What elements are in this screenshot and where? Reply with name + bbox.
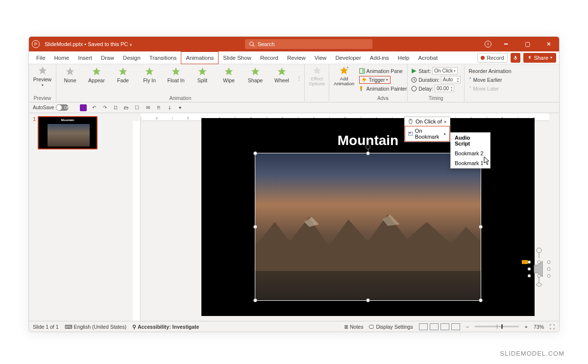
tab-animations[interactable]: Animations bbox=[181, 51, 219, 64]
tab-file[interactable]: File bbox=[32, 51, 50, 64]
anim-split[interactable]: Split bbox=[191, 67, 214, 83]
tab-developer[interactable]: Developer bbox=[331, 51, 365, 64]
tab-review[interactable]: Review bbox=[283, 51, 310, 64]
resize-handle-w[interactable] bbox=[253, 225, 257, 229]
zoom-percent[interactable]: 73% bbox=[534, 324, 544, 330]
anim-fade[interactable]: Fade bbox=[111, 67, 135, 83]
resize-handle-s[interactable] bbox=[366, 298, 370, 302]
qat-icon-5[interactable]: ⎘ bbox=[155, 104, 162, 111]
zoom-out-button[interactable]: − bbox=[466, 324, 469, 330]
slide-thumbnail-1[interactable]: Mountain bbox=[38, 116, 98, 149]
duration-field[interactable]: Auto▴▾ bbox=[441, 76, 461, 83]
qat-icon-7[interactable]: ▾ bbox=[177, 104, 184, 111]
tab-addins[interactable]: Add-ins bbox=[366, 51, 393, 64]
qat-icon-2[interactable]: 🗁 bbox=[123, 104, 130, 111]
animation-painter-button[interactable]: Animation Painter bbox=[359, 84, 407, 93]
qat-icon-4[interactable]: ✉ bbox=[145, 104, 151, 111]
resize-handle-se[interactable] bbox=[479, 298, 483, 302]
anim-flyin[interactable]: Fly In bbox=[138, 67, 161, 83]
section-advanced-label: Adva bbox=[377, 96, 389, 102]
close-button[interactable]: ✕ bbox=[541, 37, 556, 51]
anim-none[interactable]: None bbox=[58, 67, 82, 83]
quick-access-toolbar: AutoSaveOff ↶ ↷ 🗋 🗁 ☐ ✉ ⎘ ⤓ ▾ bbox=[29, 102, 559, 113]
star-shape-icon bbox=[250, 67, 260, 76]
preview-button[interactable]: Preview▾ bbox=[31, 66, 54, 87]
resize-handle-sw[interactable] bbox=[253, 298, 257, 302]
tab-record[interactable]: Record bbox=[256, 51, 283, 64]
svg-point-23 bbox=[412, 86, 416, 91]
audio-object[interactable]: ♪ bbox=[522, 245, 556, 291]
animation-pane-button[interactable]: Animation Pane bbox=[359, 67, 407, 75]
svg-marker-8 bbox=[172, 68, 180, 75]
svg-rect-17 bbox=[362, 69, 365, 73]
trigger-on-bookmark[interactable]: On Bookmark▸ bbox=[405, 126, 450, 142]
move-earlier-button[interactable]: ˄ Move Earlier bbox=[469, 75, 512, 84]
maximize-button[interactable]: ▢ bbox=[520, 37, 535, 51]
svg-marker-18 bbox=[362, 77, 367, 83]
play-icon bbox=[411, 68, 417, 74]
display-settings-button[interactable]: 🖵 Display Settings bbox=[369, 324, 413, 330]
tab-home[interactable]: Home bbox=[50, 51, 74, 64]
anim-wheel[interactable]: Wheel bbox=[270, 67, 294, 83]
resize-handle-e[interactable] bbox=[479, 225, 483, 229]
qat-icon-1[interactable]: 🗋 bbox=[112, 104, 119, 111]
trigger-on-click-of[interactable]: On Click of▸ bbox=[405, 117, 450, 126]
view-reading-icon[interactable] bbox=[441, 323, 449, 330]
resize-handle-n[interactable] bbox=[366, 151, 370, 155]
tab-design[interactable]: Design bbox=[119, 51, 145, 64]
tab-transitions[interactable]: Transitions bbox=[145, 51, 181, 64]
anim-gallery-more[interactable]: ⋮ bbox=[296, 69, 302, 81]
dictate-button[interactable] bbox=[511, 53, 520, 63]
autosave-toggle[interactable]: AutoSaveOff bbox=[33, 104, 76, 111]
anim-shape[interactable]: Shape bbox=[244, 67, 267, 83]
record-button[interactable]: Record bbox=[477, 53, 507, 63]
undo-button[interactable]: ↶ bbox=[91, 104, 98, 111]
trigger-button[interactable]: Trigger▾ bbox=[359, 75, 407, 84]
tab-acrobat[interactable]: Acrobat bbox=[414, 51, 442, 64]
start-dropdown[interactable]: On Click▾ bbox=[432, 67, 458, 74]
view-sorter-icon[interactable] bbox=[430, 323, 439, 330]
bookmark-submenu-header: Audio Script bbox=[451, 133, 490, 148]
selected-image[interactable] bbox=[255, 153, 481, 300]
star-flyin-icon bbox=[145, 67, 154, 76]
zoom-in-button[interactable]: + bbox=[525, 324, 528, 330]
fit-to-window-button[interactable]: ⛶ bbox=[550, 324, 555, 330]
tab-insert[interactable]: Insert bbox=[74, 51, 97, 64]
svg-line-1 bbox=[253, 45, 254, 47]
slide-thumbnail-panel: 1 Mountain bbox=[29, 113, 101, 321]
coming-soon-icon[interactable] bbox=[485, 41, 491, 48]
zoom-slider[interactable] bbox=[475, 326, 519, 327]
svg-point-27 bbox=[537, 248, 541, 253]
resize-handle-nw[interactable] bbox=[253, 151, 257, 155]
search-box[interactable]: Search bbox=[245, 39, 372, 49]
clock-icon bbox=[411, 77, 417, 83]
svg-marker-43 bbox=[409, 132, 410, 134]
anim-floatin[interactable]: Float In bbox=[164, 67, 188, 83]
tab-draw[interactable]: Draw bbox=[97, 51, 119, 64]
add-animation-button[interactable]: + Add Animation bbox=[332, 66, 356, 86]
svg-marker-4 bbox=[66, 68, 74, 75]
anim-appear[interactable]: Appear bbox=[85, 67, 108, 83]
svg-text:♪: ♪ bbox=[523, 261, 525, 264]
delay-field[interactable]: 00.00▴▾ bbox=[435, 85, 454, 92]
share-button[interactable]: Share▾ bbox=[523, 53, 556, 63]
qat-icon-6[interactable]: ⤓ bbox=[166, 104, 173, 111]
accessibility-button[interactable]: ⚲ Accessibility: Investigate bbox=[132, 324, 199, 330]
notes-button[interactable]: ≣ Notes bbox=[344, 324, 363, 330]
title-bar: P SlideModel.pptx • Saved to this PC ∨ S… bbox=[29, 37, 559, 51]
tab-view[interactable]: View bbox=[310, 51, 331, 64]
view-normal-icon[interactable] bbox=[419, 323, 428, 330]
star-fade-icon bbox=[118, 67, 128, 76]
save-button[interactable] bbox=[80, 104, 87, 111]
svg-marker-5 bbox=[93, 68, 101, 75]
animation-pane-icon bbox=[359, 68, 365, 74]
file-name: SlideModel.pptx • Saved to this PC ∨ bbox=[45, 41, 132, 47]
view-slideshow-icon[interactable] bbox=[451, 323, 460, 330]
minimize-button[interactable]: ━ bbox=[498, 37, 513, 51]
tab-slide-show[interactable]: Slide Show bbox=[219, 51, 256, 64]
redo-button[interactable]: ↷ bbox=[101, 104, 108, 111]
qat-icon-3[interactable]: ☐ bbox=[134, 104, 141, 111]
anim-wipe[interactable]: Wipe bbox=[217, 67, 241, 83]
language-button[interactable]: ⌨ English (United States) bbox=[65, 324, 126, 330]
tab-help[interactable]: Help bbox=[393, 51, 414, 64]
